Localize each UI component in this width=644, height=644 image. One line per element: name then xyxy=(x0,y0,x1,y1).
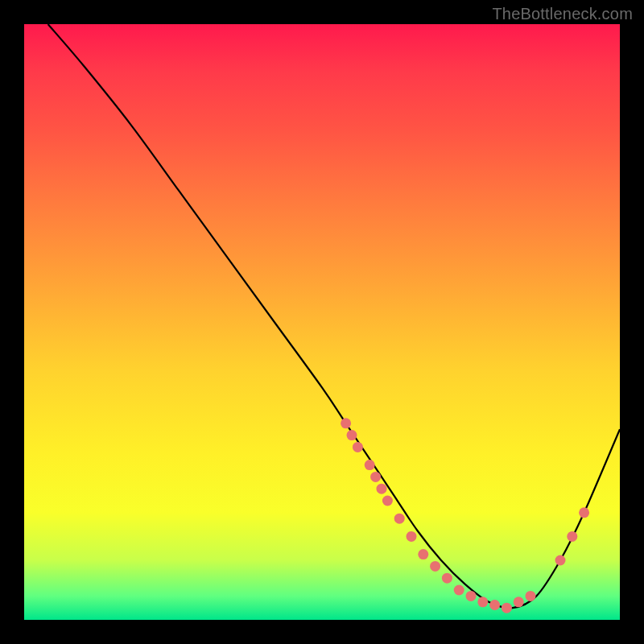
data-point xyxy=(567,531,577,542)
data-point xyxy=(489,600,500,610)
data-point xyxy=(407,531,417,542)
data-point xyxy=(526,591,536,601)
data-point xyxy=(442,573,452,584)
data-point xyxy=(377,484,387,494)
data-point xyxy=(353,442,363,452)
chart-plot-area xyxy=(24,24,620,620)
data-point xyxy=(579,507,589,518)
data-point xyxy=(418,549,428,559)
data-point xyxy=(370,472,381,482)
data-point xyxy=(502,603,512,613)
data-point xyxy=(382,496,393,506)
data-point xyxy=(514,597,524,607)
data-point xyxy=(365,460,375,470)
chart-svg xyxy=(24,24,620,620)
data-point xyxy=(454,585,464,596)
data-point xyxy=(477,597,488,607)
bottleneck-curve xyxy=(48,24,620,608)
data-point xyxy=(347,430,357,440)
watermark-text: TheBottleneck.com xyxy=(492,5,633,23)
data-point xyxy=(555,555,566,566)
data-point xyxy=(430,561,440,572)
data-point xyxy=(394,514,405,524)
data-point xyxy=(341,418,351,428)
data-point xyxy=(466,591,477,601)
